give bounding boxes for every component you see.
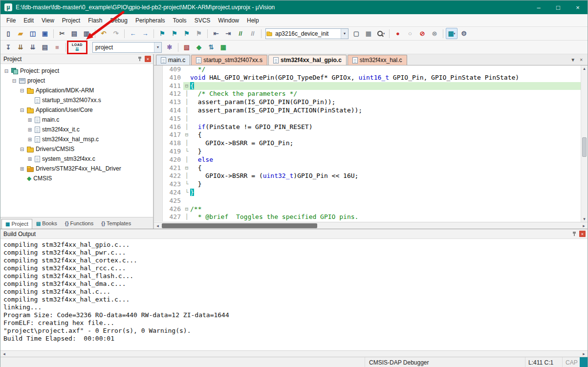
breakpoint-gutter[interactable] [154, 98, 163, 107]
scroll-right-icon[interactable]: ▸ [580, 223, 588, 228]
bookmark-clear-icon[interactable]: ⚑ [193, 28, 205, 39]
tree-item[interactable]: ◆CMSIS [0, 173, 153, 183]
tree-item[interactable]: ⊞system_stm32f4xx.c [0, 154, 153, 164]
breakpoint-gutter[interactable] [154, 90, 163, 98]
target-select-combo[interactable]: project ▾ [92, 42, 162, 53]
breakpoint-gutter[interactable] [154, 139, 163, 148]
code-line[interactable]: 426⊟/** [154, 205, 581, 214]
menu-item-window[interactable]: Window [214, 15, 243, 26]
tree-expand-icon[interactable]: ⊞ [27, 156, 33, 162]
pin-icon[interactable] [572, 231, 577, 237]
code-line[interactable]: 409 */ [154, 65, 581, 74]
editor-tab-startup_stm32f407xx.s[interactable]: startup_stm32f407xx.s [191, 55, 267, 65]
code-line[interactable]: 427│ * @brief Toggles the specified GPIO… [154, 213, 581, 221]
code-line[interactable]: 420│ else [154, 156, 581, 164]
tree-item[interactable]: ⊟Project: project [0, 66, 153, 76]
stop-build-icon[interactable]: ■ [51, 42, 63, 53]
editor-vertical-scrollbar[interactable]: ▴ ▾ [581, 65, 588, 222]
pack-installer-icon[interactable]: ▦ [218, 42, 229, 53]
scroll-up-icon[interactable]: ▴ [581, 66, 588, 71]
breakpoint-gutter[interactable] [154, 107, 163, 115]
code-line[interactable]: 422│ GPIOx->BSRR = (uint32_t)GPIO_Pin <<… [154, 172, 581, 180]
code-line[interactable]: 416│ if(PinState != GPIO_PIN_RESET) [154, 123, 581, 131]
manage-items-icon[interactable]: ▧ [181, 42, 193, 53]
tree-expand-icon[interactable]: ⊞ [27, 127, 33, 132]
configure-wrench-icon[interactable]: ⚙ [458, 28, 470, 39]
indent-icon[interactable]: ⇥ [222, 28, 234, 39]
breakpoint-gutter[interactable] [154, 74, 163, 82]
current-function-checkbox[interactable]: ▢ [350, 28, 362, 39]
code-line[interactable]: 417⊟ { [154, 131, 581, 139]
menu-item-svcs[interactable]: SVCS [191, 15, 215, 26]
manage-rte-icon[interactable]: ◆ [193, 42, 205, 53]
tree-item[interactable]: ⊟project [0, 76, 153, 86]
menu-item-edit[interactable]: Edit [20, 15, 38, 26]
tree-item[interactable]: ⊞stm32f4xx_it.c [0, 125, 153, 134]
menu-item-view[interactable]: View [38, 15, 58, 26]
tree-expand-icon[interactable]: ⊟ [19, 147, 25, 152]
tree-expand-icon[interactable]: ⊟ [3, 68, 9, 74]
outdent-icon[interactable]: ⇤ [210, 28, 222, 39]
paste-icon[interactable]: ▥ [81, 28, 92, 39]
panel-tab-project[interactable]: ▦Project [1, 219, 32, 229]
editor-horizontal-scrollbar[interactable]: ◂ ▸ [154, 222, 588, 229]
find-in-files-icon[interactable]: ▩ [363, 28, 374, 39]
breakpoint-gutter[interactable] [154, 156, 163, 164]
minimize-button[interactable]: – [529, 0, 548, 14]
breakpoint-gutter[interactable] [154, 148, 163, 156]
tree-item[interactable]: ⊞stm32f4xx_hal_msp.c [0, 134, 153, 144]
breakpoint-gutter[interactable] [154, 115, 163, 123]
editor-tab-stm32f4xx_hal.c[interactable]: stm32f4xx_hal.c [348, 55, 407, 65]
comment-icon[interactable]: // [235, 28, 246, 39]
code-line[interactable]: 425 [154, 197, 581, 205]
enable-breakpoint-icon[interactable]: ○ [404, 28, 416, 39]
scroll-down-icon[interactable]: ▾ [581, 216, 588, 221]
tree-expand-icon[interactable]: ⊟ [19, 108, 25, 113]
code-line[interactable]: 423└ } [154, 180, 581, 189]
close-button[interactable]: × [568, 0, 588, 14]
code-line[interactable]: 414│ assert_param(IS_GPIO_PIN_ACTION(Pin… [154, 107, 581, 115]
tree-expand-icon[interactable]: ⊟ [19, 88, 25, 93]
breakpoint-gutter[interactable] [154, 205, 163, 214]
translate-file-icon[interactable]: ↧ [2, 42, 14, 53]
tree-expand-icon[interactable]: ⊞ [19, 166, 25, 172]
menu-item-flash[interactable]: Flash [84, 15, 106, 26]
code-line[interactable]: 410void HAL_GPIO_WritePin(GPIO_TypeDef* … [154, 74, 581, 82]
redo-icon[interactable]: ↷ [110, 28, 122, 39]
save-all-icon[interactable]: ▣ [39, 28, 51, 39]
code-line[interactable]: 411⊟{ [154, 82, 581, 90]
menu-item-debug[interactable]: Debug [107, 15, 131, 26]
navigate-forward-icon[interactable]: → [139, 28, 151, 39]
menu-item-peripherals[interactable]: Peripherals [131, 15, 169, 26]
breakpoint-gutter[interactable] [154, 189, 163, 197]
breakpoint-gutter[interactable] [154, 164, 163, 173]
menu-item-project[interactable]: Project [58, 15, 84, 26]
chevron-down-icon[interactable]: ▾ [341, 29, 348, 39]
breakpoint-gutter[interactable] [154, 197, 163, 205]
scroll-right-icon[interactable]: ▸ [580, 351, 588, 356]
select-packs-icon[interactable]: ⇅ [205, 42, 217, 53]
breakpoint-gutter[interactable] [154, 172, 163, 180]
panel-tab-templates[interactable]: {}Templates [97, 218, 135, 229]
breakpoint-gutter[interactable] [154, 213, 163, 221]
editor-tab-main.c[interactable]: main.c [156, 55, 190, 65]
code-line[interactable]: 419└ } [154, 148, 581, 156]
cut-icon[interactable]: ✂ [56, 28, 68, 39]
scrollbar-thumb[interactable] [162, 223, 317, 228]
panel-tab-functions[interactable]: {}Functions [61, 218, 98, 229]
scrollbar-thumb[interactable] [582, 137, 587, 157]
function-combo[interactable]: ap3216c_device_init ▾ [265, 28, 348, 39]
open-file-icon[interactable]: ▰ [15, 28, 26, 39]
find-icon[interactable]: ▾ [375, 28, 387, 39]
tree-item[interactable]: ⊟Application/User/Core [0, 105, 153, 115]
breakpoint-gutter[interactable] [154, 180, 163, 189]
breakpoint-gutter[interactable] [154, 65, 163, 74]
pin-icon[interactable] [137, 56, 143, 62]
disable-breakpoint-icon[interactable]: ⊘ [416, 28, 428, 39]
tree-expand-icon[interactable]: ⊞ [27, 137, 33, 142]
insert-breakpoint-icon[interactable]: ● [392, 28, 404, 39]
tab-close-icon[interactable]: × [580, 57, 583, 63]
scroll-left-icon[interactable]: ◂ [0, 351, 8, 356]
uncomment-icon[interactable]: // [247, 28, 259, 39]
code-line[interactable]: 421⊟ { [154, 164, 581, 173]
